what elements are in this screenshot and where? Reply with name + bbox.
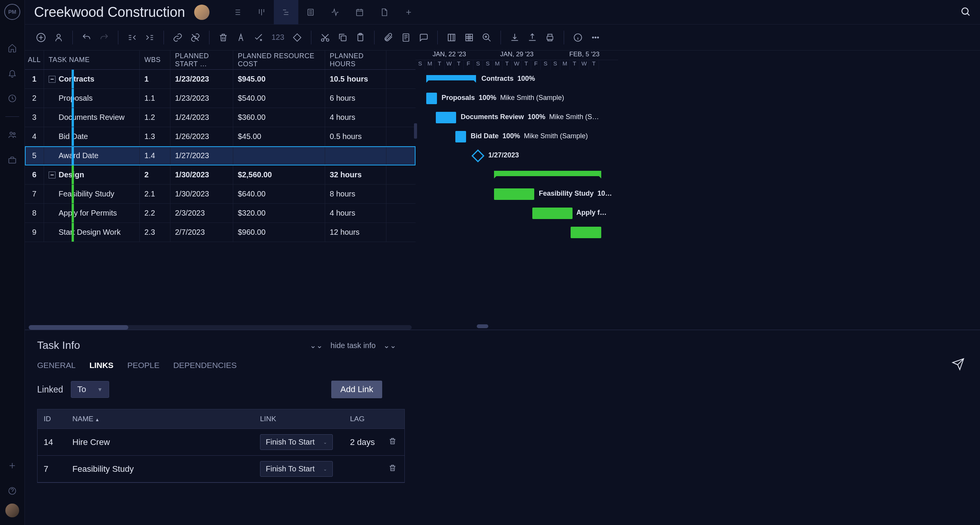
link-type-dropdown[interactable]: Finish To Start⌄ xyxy=(260,434,333,450)
zoom-icon[interactable] xyxy=(480,31,494,44)
task-name-cell[interactable]: Award Date xyxy=(44,146,140,165)
task-name-cell[interactable]: Bid Date xyxy=(44,127,140,146)
cost-cell[interactable]: $320.00 xyxy=(233,204,325,222)
user-avatar-small[interactable] xyxy=(5,504,19,517)
cost-cell[interactable]: $45.00 xyxy=(233,127,325,146)
task-name-cell[interactable]: Feasibility Study xyxy=(44,185,140,203)
task-name-cell[interactable]: −Design xyxy=(44,165,140,184)
start-cell[interactable]: 1/30/2023 xyxy=(170,165,233,184)
bell-icon[interactable] xyxy=(7,68,17,78)
project-avatar[interactable] xyxy=(194,5,209,20)
grid-h-scrollbar[interactable] xyxy=(29,325,412,330)
task-name-cell[interactable]: −Contracts xyxy=(44,70,140,88)
search-icon[interactable] xyxy=(960,6,971,18)
wbs-cell[interactable]: 1.2 xyxy=(140,108,170,127)
wbs-cell[interactable]: 2.2 xyxy=(140,204,170,222)
delete-link-icon[interactable] xyxy=(388,464,397,474)
collapse-toggle[interactable]: − xyxy=(49,172,56,178)
comment-icon[interactable] xyxy=(417,31,430,44)
import-icon[interactable] xyxy=(508,31,522,44)
gantt-h-scrollbar[interactable] xyxy=(416,324,980,328)
start-cell[interactable]: 2/3/2023 xyxy=(170,204,233,222)
start-cell[interactable]: 2/7/2023 xyxy=(170,223,233,242)
hours-cell[interactable]: 32 hours xyxy=(325,165,386,184)
start-cell[interactable]: 1/23/2023 xyxy=(170,89,233,108)
col-cost[interactable]: PLANNED RESOURCE COST xyxy=(233,51,325,69)
columns-icon[interactable] xyxy=(445,31,458,44)
people-icon[interactable] xyxy=(7,130,17,140)
hours-cell[interactable]: 6 hours xyxy=(325,89,386,108)
hide-task-info-label[interactable]: hide task info xyxy=(330,341,376,350)
home-icon[interactable] xyxy=(7,43,17,53)
wbs-cell[interactable]: 2.3 xyxy=(140,223,170,242)
add-link-button[interactable]: Add Link xyxy=(331,381,383,398)
task-row[interactable]: 9Start Design Work2.32/7/2023$960.0012 h… xyxy=(25,223,416,242)
task-row[interactable]: 6−Design21/30/2023$2,560.0032 hours xyxy=(25,165,416,185)
send-icon[interactable] xyxy=(952,358,965,372)
linked-direction-dropdown[interactable]: To ▼ xyxy=(71,381,109,398)
cost-cell[interactable]: $2,560.00 xyxy=(233,165,325,184)
view-activity-icon[interactable] xyxy=(323,0,347,25)
tab-general[interactable]: GENERAL xyxy=(37,361,75,370)
link-type-dropdown[interactable]: Finish To Start⌄ xyxy=(260,461,333,477)
col-task-name[interactable]: TASK NAME xyxy=(44,51,140,69)
wbs-cell[interactable]: 2.1 xyxy=(140,185,170,203)
delete-link-icon[interactable] xyxy=(388,438,397,447)
task-name-cell[interactable]: Apply for Permits xyxy=(44,204,140,222)
tab-links[interactable]: LINKS xyxy=(89,361,113,370)
hours-cell[interactable]: 10.5 hours xyxy=(325,70,386,88)
view-board-icon[interactable] xyxy=(249,0,274,25)
links-col-id[interactable]: ID xyxy=(38,409,66,429)
view-list-icon[interactable] xyxy=(225,0,249,25)
print-icon[interactable] xyxy=(543,31,557,44)
tab-dependencies[interactable]: DEPENDENCIES xyxy=(173,361,237,370)
hours-cell[interactable]: 4 hours xyxy=(325,204,386,222)
start-cell[interactable]: 1/27/2023 xyxy=(170,146,233,165)
links-col-link[interactable]: LINK xyxy=(254,409,344,429)
cut-icon[interactable] xyxy=(318,31,332,44)
indent-icon[interactable] xyxy=(143,31,157,44)
notes-icon[interactable] xyxy=(399,31,413,44)
more-icon[interactable] xyxy=(589,31,602,44)
assign-user-icon[interactable] xyxy=(52,31,65,44)
start-cell[interactable]: 1/23/2023 xyxy=(170,70,233,88)
link-row[interactable]: 7Feasibility StudyFinish To Start⌄ xyxy=(38,456,404,482)
task-name-cell[interactable]: Documents Review xyxy=(44,108,140,127)
task-row[interactable]: 1−Contracts11/23/2023$945.0010.5 hours xyxy=(25,70,416,89)
paste-icon[interactable] xyxy=(353,31,367,44)
task-row[interactable]: 8Apply for Permits2.22/3/2023$320.004 ho… xyxy=(25,204,416,223)
collapse-toggle[interactable]: − xyxy=(49,76,56,83)
view-file-icon[interactable] xyxy=(372,0,396,25)
start-cell[interactable]: 1/30/2023 xyxy=(170,185,233,203)
links-col-name[interactable]: NAME▲ xyxy=(66,409,254,429)
links-col-lag[interactable]: LAG xyxy=(344,409,382,429)
gantt-task-bar[interactable] xyxy=(571,227,601,238)
undo-icon[interactable] xyxy=(80,31,93,44)
hours-cell[interactable]: 8 hours xyxy=(325,185,386,203)
add-task-icon[interactable] xyxy=(34,31,48,44)
info-icon[interactable] xyxy=(571,31,585,44)
help-icon[interactable] xyxy=(7,486,17,496)
grid-icon[interactable] xyxy=(462,31,476,44)
start-cell[interactable]: 1/26/2023 xyxy=(170,127,233,146)
gantt-milestone[interactable] xyxy=(471,149,484,162)
task-row[interactable]: 3Documents Review1.21/24/2023$360.004 ho… xyxy=(25,108,416,127)
redo-icon[interactable] xyxy=(97,31,111,44)
cost-cell[interactable]: $360.00 xyxy=(233,108,325,127)
col-wbs[interactable]: WBS xyxy=(140,51,170,69)
gantt-summary-bar[interactable] xyxy=(426,75,476,80)
cost-cell[interactable]: $960.00 xyxy=(233,223,325,242)
tab-people[interactable]: PEOPLE xyxy=(127,361,159,370)
plus-icon[interactable] xyxy=(7,461,17,471)
view-sheet-icon[interactable] xyxy=(298,0,323,25)
cost-cell[interactable]: $640.00 xyxy=(233,185,325,203)
wbs-cell[interactable]: 2 xyxy=(140,165,170,184)
col-start[interactable]: PLANNED START … xyxy=(170,51,233,69)
collapse-down-icon[interactable]: ⌄⌄ xyxy=(310,341,323,350)
view-calendar-icon[interactable] xyxy=(347,0,372,25)
hours-cell[interactable]: 0.5 hours xyxy=(325,127,386,146)
copy-icon[interactable] xyxy=(336,31,350,44)
gantt-task-bar[interactable] xyxy=(455,131,466,142)
col-hours[interactable]: PLANNED HOURS xyxy=(325,51,386,69)
task-row[interactable]: 7Feasibility Study2.11/30/2023$640.008 h… xyxy=(25,185,416,204)
